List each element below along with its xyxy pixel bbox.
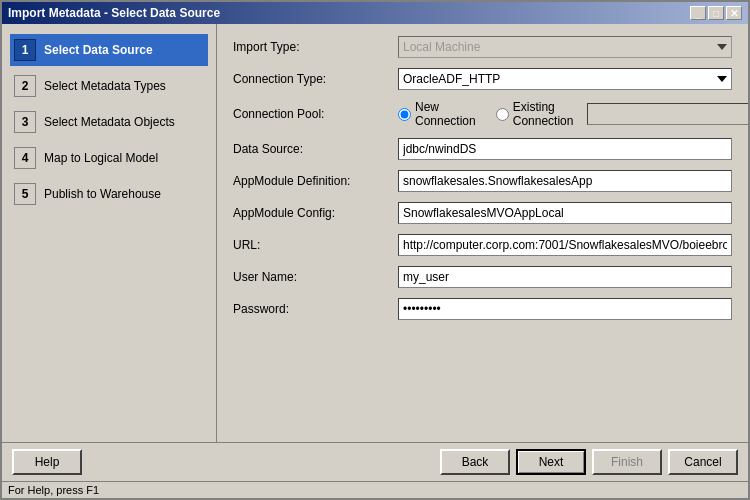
form-panel: Import Type: Local Machine Connection Ty… — [217, 24, 748, 442]
import-type-row: Import Type: Local Machine — [233, 36, 732, 58]
finish-button[interactable]: Finish — [592, 449, 662, 475]
sidebar: 1 Select Data Source 2 Select Metadata T… — [2, 24, 217, 442]
import-type-label: Import Type: — [233, 40, 398, 54]
password-row: Password: — [233, 298, 732, 320]
sidebar-item-4[interactable]: 4 Map to Logical Model — [10, 142, 208, 174]
window-title: Import Metadata - Select Data Source — [8, 6, 220, 20]
data-source-input[interactable] — [398, 138, 732, 160]
url-input[interactable] — [398, 234, 732, 256]
sidebar-item-1[interactable]: 1 Select Data Source — [10, 34, 208, 66]
back-button[interactable]: Back — [440, 449, 510, 475]
appmodule-def-label: AppModule Definition: — [233, 174, 398, 188]
status-bar: For Help, press F1 — [2, 481, 748, 498]
main-content: 1 Select Data Source 2 Select Metadata T… — [2, 24, 748, 442]
existing-connection-group: Existing Connection — [496, 100, 574, 128]
help-button[interactable]: Help — [12, 449, 82, 475]
connection-pool-row: Connection Pool: New Connection Existing… — [233, 100, 732, 128]
appmodule-def-row: AppModule Definition: — [233, 170, 732, 192]
url-control — [398, 234, 732, 256]
sidebar-item-5[interactable]: 5 Publish to Warehouse — [10, 178, 208, 210]
connection-type-row: Connection Type: OracleADF_HTTP — [233, 68, 732, 90]
connection-pool-control: New Connection Existing Connection Brows… — [398, 100, 748, 128]
status-text: For Help, press F1 — [8, 484, 99, 496]
appmodule-config-label: AppModule Config: — [233, 206, 398, 220]
username-control — [398, 266, 732, 288]
bottom-bar: Help Back Next Finish Cancel — [2, 442, 748, 481]
username-input[interactable] — [398, 266, 732, 288]
connection-type-control: OracleADF_HTTP — [398, 68, 732, 90]
connection-type-label: Connection Type: — [233, 72, 398, 86]
minimize-button[interactable]: _ — [690, 6, 706, 20]
maximize-button[interactable]: □ — [708, 6, 724, 20]
cancel-button[interactable]: Cancel — [668, 449, 738, 475]
username-row: User Name: — [233, 266, 732, 288]
sidebar-label-4: Map to Logical Model — [44, 151, 158, 165]
step-number-3: 3 — [14, 111, 36, 133]
new-connection-group: New Connection — [398, 100, 476, 128]
password-control — [398, 298, 732, 320]
existing-connection-radio[interactable] — [496, 108, 509, 121]
connection-pool-label: Connection Pool: — [233, 107, 398, 121]
appmodule-config-control — [398, 202, 732, 224]
existing-connection-field[interactable] — [587, 103, 748, 125]
data-source-row: Data Source: — [233, 138, 732, 160]
sidebar-label-2: Select Metadata Types — [44, 79, 166, 93]
sidebar-item-2[interactable]: 2 Select Metadata Types — [10, 70, 208, 102]
title-bar-buttons: _ □ ✕ — [690, 6, 742, 20]
connection-type-select[interactable]: OracleADF_HTTP — [398, 68, 732, 90]
import-type-control: Local Machine — [398, 36, 732, 58]
main-window: Import Metadata - Select Data Source _ □… — [0, 0, 750, 500]
password-input[interactable] — [398, 298, 732, 320]
step-number-1: 1 — [14, 39, 36, 61]
url-label: URL: — [233, 238, 398, 252]
step-number-2: 2 — [14, 75, 36, 97]
new-connection-label: New Connection — [415, 100, 476, 128]
username-label: User Name: — [233, 270, 398, 284]
close-button[interactable]: ✕ — [726, 6, 742, 20]
sidebar-label-1: Select Data Source — [44, 43, 153, 57]
step-number-5: 5 — [14, 183, 36, 205]
appmodule-config-row: AppModule Config: — [233, 202, 732, 224]
connection-radio-group: New Connection Existing Connection Brows… — [398, 100, 748, 128]
appmodule-config-input[interactable] — [398, 202, 732, 224]
data-source-label: Data Source: — [233, 142, 398, 156]
nav-buttons: Back Next Finish Cancel — [440, 449, 738, 475]
sidebar-item-3[interactable]: 3 Select Metadata Objects — [10, 106, 208, 138]
new-connection-radio[interactable] — [398, 108, 411, 121]
appmodule-def-input[interactable] — [398, 170, 732, 192]
sidebar-label-3: Select Metadata Objects — [44, 115, 175, 129]
title-bar: Import Metadata - Select Data Source _ □… — [2, 2, 748, 24]
appmodule-def-control — [398, 170, 732, 192]
step-number-4: 4 — [14, 147, 36, 169]
url-row: URL: — [233, 234, 732, 256]
data-source-control — [398, 138, 732, 160]
next-button[interactable]: Next — [516, 449, 586, 475]
sidebar-label-5: Publish to Warehouse — [44, 187, 161, 201]
import-type-select[interactable]: Local Machine — [398, 36, 732, 58]
existing-connection-label: Existing Connection — [513, 100, 574, 128]
password-label: Password: — [233, 302, 398, 316]
